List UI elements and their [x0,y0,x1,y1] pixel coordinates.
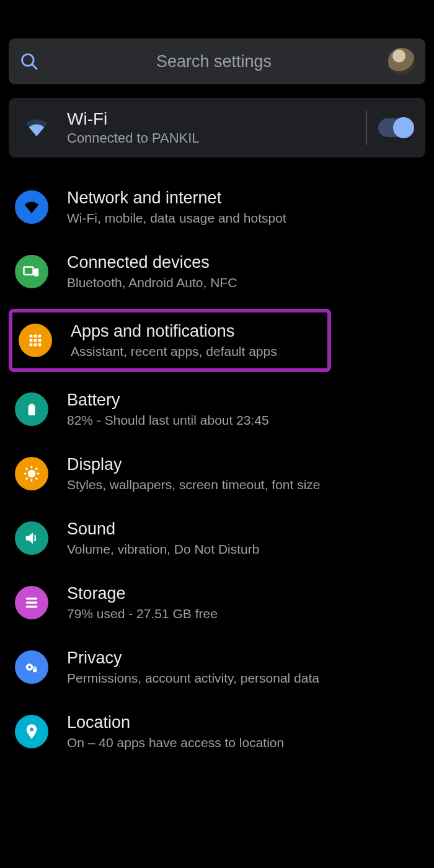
svg-rect-11 [34,343,37,347]
item-location[interactable]: Location On – 40 apps have access to loc… [9,699,425,764]
settings-screen: Search settings Wi-Fi Connected to PANKI… [0,0,434,764]
item-subtitle: Wi-Fi, mobile, data usage and hotspot [67,210,419,226]
wifi-subtitle: Connected to PANKIL [67,130,359,146]
item-network[interactable]: Network and internet Wi-Fi, mobile, data… [9,175,425,239]
item-subtitle: 79% used - 27.51 GB free [67,606,419,622]
svg-rect-10 [30,343,33,347]
item-subtitle: Bluetooth, Android Auto, NFC [67,275,419,291]
item-subtitle: Permissions, account activity, personal … [67,670,419,686]
svg-line-20 [26,468,28,470]
svg-line-22 [26,478,28,480]
item-subtitle: Styles, wallpapers, screen timeout, font… [67,477,419,493]
svg-rect-6 [38,335,42,338]
item-title: Connected devices [67,252,419,273]
wifi-icon [15,190,48,224]
svg-rect-25 [26,601,38,604]
svg-rect-12 [38,343,42,347]
svg-rect-24 [26,598,38,600]
svg-line-1 [32,64,37,69]
item-sound[interactable]: Sound Volume, vibration, Do Not Disturb [9,506,425,570]
wifi-title: Wi-Fi [67,109,359,129]
highlight-box: Apps and notifications Assistant, recent… [9,309,331,372]
svg-point-0 [22,55,33,66]
svg-rect-29 [33,668,37,672]
svg-rect-26 [26,606,38,608]
item-title: Display [67,454,419,476]
item-battery[interactable]: Battery 82% - Should last until about 23… [9,377,425,441]
svg-point-15 [28,470,36,478]
divider [366,110,367,145]
search-placeholder: Search settings [40,52,388,71]
svg-rect-13 [30,404,34,405]
storage-icon [15,586,48,619]
item-title: Location [67,712,419,733]
item-display[interactable]: Display Styles, wallpapers, screen timeo… [9,441,425,506]
item-title: Privacy [67,648,419,669]
item-subtitle: 82% - Should last until about 23:45 [67,412,419,428]
battery-icon [15,392,48,426]
svg-line-21 [36,478,38,480]
svg-point-30 [30,728,33,732]
item-title: Network and internet [67,188,419,209]
search-icon [19,51,40,72]
svg-rect-14 [29,405,35,415]
svg-line-23 [36,468,38,470]
item-subtitle: Assistant, recent apps, default apps [71,343,321,360]
item-connected-devices[interactable]: Connected devices Bluetooth, Android Aut… [9,239,425,304]
svg-rect-5 [34,335,37,338]
item-privacy[interactable]: Privacy Permissions, account activity, p… [9,635,425,699]
display-icon [15,457,48,490]
location-icon [15,715,48,748]
wifi-quick-card[interactable]: Wi-Fi Connected to PANKIL [9,98,425,157]
svg-rect-8 [34,339,37,342]
item-apps-notifications[interactable]: Apps and notifications Assistant, recent… [12,314,327,367]
profile-avatar[interactable] [388,48,415,75]
sound-icon [15,521,48,555]
settings-list: Network and internet Wi-Fi, mobile, data… [9,175,425,764]
item-subtitle: On – 40 apps have access to location [67,735,419,751]
toggle-knob [393,117,414,138]
svg-rect-7 [30,339,33,342]
svg-rect-9 [38,339,42,342]
wifi-text: Wi-Fi Connected to PANKIL [67,109,359,146]
item-title: Battery [67,390,419,411]
item-storage[interactable]: Storage 79% used - 27.51 GB free [9,570,425,635]
item-title: Sound [67,519,419,540]
svg-rect-2 [24,267,33,275]
apps-icon [19,324,52,357]
svg-rect-3 [34,268,39,277]
privacy-icon [15,650,48,684]
wifi-toggle[interactable] [378,118,413,137]
wifi-icon [21,112,52,143]
item-subtitle: Volume, vibration, Do Not Disturb [67,541,419,557]
devices-icon [15,255,48,288]
item-title: Apps and notifications [71,321,321,342]
search-bar[interactable]: Search settings [9,38,425,84]
svg-rect-4 [30,335,33,338]
item-title: Storage [67,583,419,604]
svg-point-28 [28,666,31,669]
